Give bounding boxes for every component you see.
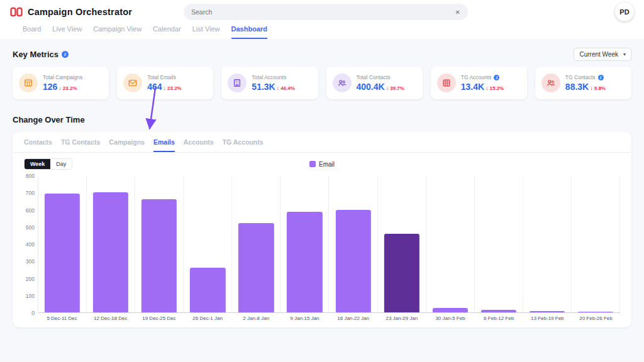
metric-card-total-campaigns: Total Campaigns126↓23.2% — [13, 67, 109, 99]
chart-column — [184, 176, 232, 312]
chart-column — [329, 176, 377, 312]
metric-change: 46.4% — [280, 85, 295, 91]
nav-tab-list-view[interactable]: List View — [192, 25, 220, 39]
metric-value: 13.4K — [461, 82, 484, 92]
chart-legend[interactable]: Email — [309, 161, 335, 168]
metric-value: 464 — [147, 82, 162, 92]
toggle-option-week[interactable]: Week — [25, 159, 50, 169]
down-arrow-icon: ↓ — [277, 85, 280, 91]
chart-tabs: ContactsTG ContactsCampaignsEmailsAccoun… — [13, 132, 631, 153]
bar-26-dec-1-jan[interactable] — [190, 268, 225, 312]
chart-tab-contacts[interactable]: Contacts — [24, 138, 52, 152]
search-bar: ✕ — [184, 4, 468, 20]
chart-tab-tg-accounts[interactable]: TG Accounts — [223, 138, 264, 152]
chart-column — [135, 176, 184, 312]
info-icon[interactable]: i — [494, 75, 499, 80]
chart-tab-campaigns[interactable]: Campaigns — [109, 138, 145, 152]
nav-tab-dashboard[interactable]: Dashboard — [231, 25, 267, 39]
metric-label: Total Emails — [147, 74, 176, 80]
chart-column — [232, 176, 280, 312]
change-over-time-card: ContactsTG ContactsCampaignsEmailsAccoun… — [13, 132, 631, 327]
chart-column — [572, 176, 620, 312]
metric-value: 400.4K — [357, 82, 385, 92]
chart-tab-tg-contacts[interactable]: TG Contacts — [61, 138, 100, 152]
bar-13-feb-19-feb[interactable] — [530, 311, 565, 312]
metric-change: 23.2% — [63, 85, 77, 91]
key-metrics-title: Key Metrics — [13, 50, 58, 59]
metric-value: 126 — [43, 82, 57, 92]
x-axis-label: 6 Feb-12 Feb — [475, 315, 523, 321]
chart-column — [87, 176, 135, 312]
metric-label: TG Contacts — [565, 74, 596, 80]
bar-30-jan-5-feb[interactable] — [433, 308, 468, 312]
toggle-option-day[interactable]: Day — [50, 159, 72, 169]
chart-tab-emails[interactable]: Emails — [153, 138, 175, 152]
chevron-down-icon: ▾ — [623, 52, 626, 57]
nav-tab-campaign-view[interactable]: Campaign View — [93, 25, 142, 39]
x-axis-labels: 5 Dec-11 Dec12 Dec-18 Dec19 Dec-25 Dec26… — [38, 315, 620, 321]
metric-cards: Total Campaigns126↓23.2%Total Emails464↓… — [13, 67, 631, 99]
x-axis-label: 19 Dec-25 Dec — [135, 315, 183, 321]
legend-label: Email — [319, 161, 335, 168]
chart-column — [523, 176, 572, 312]
info-icon[interactable]: i — [62, 51, 69, 58]
search-input[interactable] — [191, 8, 455, 16]
x-axis-label: 2 Jan-8 Jan — [232, 315, 280, 321]
nav-tab-board[interactable]: Board — [23, 25, 41, 39]
building-icon — [228, 74, 247, 92]
period-selector[interactable]: Current Week ▾ — [574, 48, 631, 61]
legend-swatch — [309, 161, 316, 167]
bar-2-jan-8-jan[interactable] — [238, 223, 274, 312]
metric-card-tg-accounts: TG Accountsi13.4K↓15.2% — [431, 67, 527, 99]
y-tick-label: 0 — [31, 310, 35, 316]
y-tick-label: 500 — [26, 224, 35, 231]
metric-card-tg-contacts: TG Contactsi88.3K↓9.8% — [535, 67, 631, 99]
people-icon — [541, 74, 560, 92]
bar-16-jan-22-jan[interactable] — [335, 210, 370, 312]
chart-column — [475, 176, 523, 312]
y-tick-label: 700 — [26, 190, 35, 196]
nav-tab-calendar[interactable]: Calendar — [153, 25, 181, 39]
metric-card-total-contacts: Total Contacts400.4K↓39.7% — [326, 67, 423, 99]
mail-icon — [123, 74, 142, 92]
x-axis-label: 30 Jan-5 Feb — [426, 315, 474, 321]
metric-change: 9.8% — [594, 85, 606, 91]
y-axis: 0100200300400500600700800 — [19, 176, 38, 313]
info-icon[interactable]: i — [598, 75, 604, 80]
key-metrics-header: Key Metrics i Current Week ▾ — [13, 48, 631, 60]
bar-23-jan-29-jan[interactable] — [384, 234, 419, 312]
user-avatar[interactable]: PD — [615, 3, 634, 21]
app-logo-icon — [10, 7, 23, 17]
campaign-icon — [19, 74, 38, 92]
metric-card-total-accounts: Total Accounts51.3K↓46.4% — [221, 67, 318, 99]
metric-change: 15.2% — [490, 85, 504, 91]
y-tick-label: 800 — [26, 173, 35, 179]
bar-5-dec-11-dec[interactable] — [45, 194, 80, 312]
change-over-time-header: Change Over Time — [13, 113, 631, 126]
down-arrow-icon: ↓ — [590, 85, 593, 91]
chart-column — [378, 176, 426, 312]
chart-column — [38, 176, 87, 312]
metric-value: 51.3K — [252, 82, 275, 92]
bar-9-jan-15-jan[interactable] — [287, 212, 322, 312]
bar-20-feb-26-feb[interactable] — [578, 312, 613, 312]
x-axis-label: 20 Feb-26 Feb — [572, 315, 620, 321]
app-header: Campaign Orchestrator ✕ PD — [0, 0, 644, 24]
grid-icon — [437, 74, 456, 92]
bar-12-dec-18-dec[interactable] — [93, 192, 128, 312]
metric-label: TG Accounts — [461, 74, 492, 80]
bar-19-dec-25-dec[interactable] — [142, 199, 177, 312]
y-tick-label: 600 — [26, 207, 35, 214]
x-axis-label: 26 Dec-1 Jan — [184, 315, 232, 321]
nav-tabs: BoardLive ViewCampaign ViewCalendarList … — [0, 24, 644, 39]
people-icon — [333, 74, 352, 92]
nav-tab-live-view[interactable]: Live View — [52, 25, 82, 39]
clear-search-icon[interactable]: ✕ — [455, 9, 460, 16]
y-tick-label: 400 — [26, 241, 35, 248]
metric-label: Total Contacts — [357, 74, 391, 80]
bar-6-feb-12-feb[interactable] — [481, 310, 516, 312]
change-over-time-title: Change Over Time — [13, 115, 85, 124]
chart-column — [280, 176, 329, 312]
down-arrow-icon: ↓ — [164, 85, 167, 91]
chart-tab-accounts[interactable]: Accounts — [184, 138, 214, 152]
